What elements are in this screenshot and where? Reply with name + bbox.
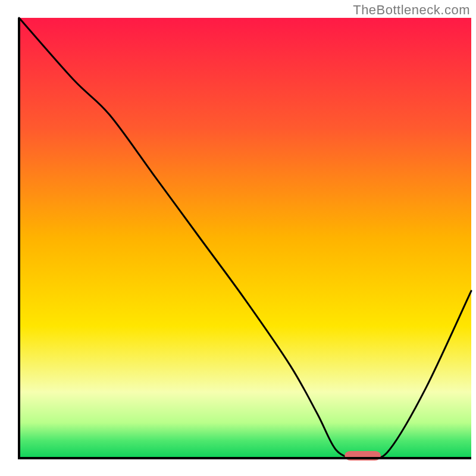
chart-svg <box>0 0 476 476</box>
bottleneck-chart: TheBottleneck.com <box>0 0 476 476</box>
gradient-background <box>19 18 471 458</box>
watermark-text: TheBottleneck.com <box>353 2 470 18</box>
